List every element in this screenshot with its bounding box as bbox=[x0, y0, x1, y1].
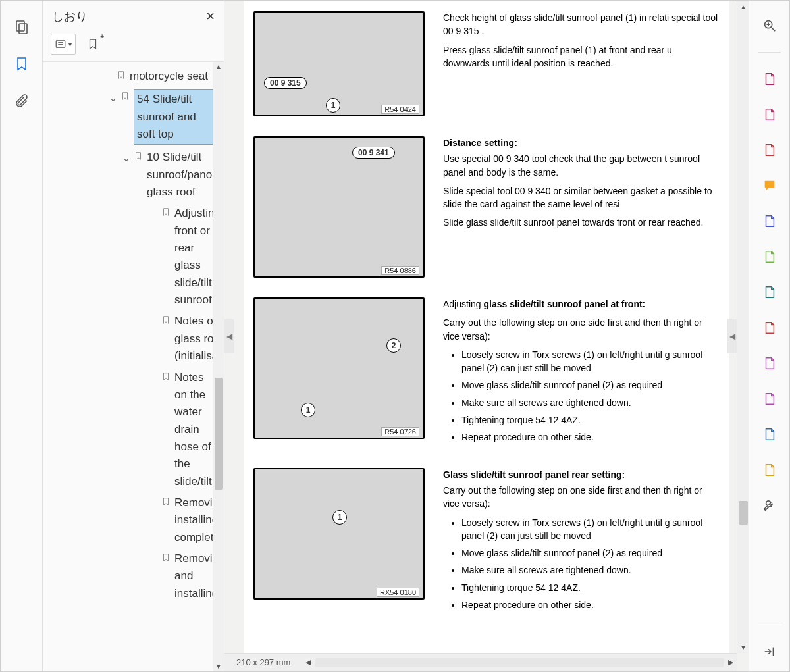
twisty-icon[interactable]: ⌄ bbox=[107, 89, 119, 106]
vscroll-thumb[interactable] bbox=[739, 501, 748, 525]
paragraph: Use special 00 9 340 tool check that the… bbox=[443, 152, 720, 179]
bookmark-scroll-thumb[interactable] bbox=[215, 378, 223, 490]
paragraph: Carry out the following step on one side… bbox=[443, 316, 720, 343]
panel-toolbar: ▾ + bbox=[43, 31, 224, 62]
pdf-combine-icon[interactable] bbox=[760, 141, 779, 159]
section-title: Distance setting: bbox=[443, 136, 720, 149]
save-icon[interactable] bbox=[760, 354, 779, 373]
twisty-icon bbox=[148, 494, 160, 497]
zoom-icon[interactable] bbox=[760, 16, 779, 35]
fill-sign-icon[interactable] bbox=[760, 319, 779, 337]
twisty-icon bbox=[103, 68, 115, 70]
list-row-icon[interactable] bbox=[760, 105, 779, 124]
section-text: Distance setting:Use special 00 9 340 to… bbox=[443, 136, 720, 235]
bookmark-ribbon-icon bbox=[160, 369, 172, 382]
bookmark-item[interactable]: motorcycle seat bbox=[43, 66, 224, 87]
bookmark-item[interactable]: Removing and installing/replacing comple… bbox=[43, 492, 224, 548]
figure-callout: 1 bbox=[301, 403, 315, 417]
left-rail bbox=[1, 1, 43, 671]
bookmarks-panel: しおり × ▾ + motorcycle seat⌄54 Slide/tilt … bbox=[43, 1, 224, 671]
measure-icon[interactable] bbox=[760, 425, 779, 444]
paragraph: Check height of glass slide/tilt sunroof… bbox=[443, 11, 720, 38]
thumbnails-icon[interactable] bbox=[13, 18, 31, 36]
section-title: Glass slide/tilt sunroof panel rear sett… bbox=[443, 468, 720, 481]
bookmark-ribbon-icon bbox=[115, 68, 127, 80]
bookmark-item[interactable]: ⌄10 Slide/tilt sunroof/panorama glass ro… bbox=[43, 147, 224, 203]
figure-callout: 00 9 315 bbox=[264, 77, 307, 89]
bookmarks-icon[interactable] bbox=[13, 55, 31, 73]
bookmark-scrollbar[interactable]: ▲ ▼ bbox=[213, 62, 224, 671]
figure-id: R54 0726 bbox=[381, 427, 419, 436]
list-item: Repeat procedure on other side. bbox=[461, 598, 720, 611]
scroll-up-icon[interactable]: ▲ bbox=[215, 63, 222, 70]
list-item: Loosely screw in Torx screws (1) on left… bbox=[461, 348, 720, 375]
bookmark-item[interactable]: ⌄54 Slide/tilt sunroof and soft top bbox=[43, 87, 224, 147]
vscroll-down-icon[interactable]: ▼ bbox=[737, 641, 749, 653]
hscroll-right-icon[interactable]: ▶ bbox=[725, 658, 737, 667]
figure: 1RX54 0180 bbox=[253, 468, 425, 600]
bookmark-ribbon-icon bbox=[160, 313, 172, 325]
bookmark-item[interactable]: Adjusting front or rear glass slide/tilt… bbox=[43, 203, 224, 311]
paragraph: Press glass slide/tilt sunroof panel (1)… bbox=[443, 43, 720, 70]
bookmark-ribbon-icon bbox=[119, 89, 131, 101]
bookmark-item[interactable]: Notes on the water drain hose of the sli… bbox=[43, 367, 224, 492]
paragraph: Slide glass slide/tilt sunroof panel tow… bbox=[443, 216, 720, 229]
panel-title: しおり bbox=[52, 9, 88, 24]
collapse-right-icon[interactable]: ◀ bbox=[727, 319, 737, 353]
attachments-icon[interactable] bbox=[13, 91, 31, 110]
section-text: Check height of glass slide/tilt sunroof… bbox=[443, 11, 720, 75]
bookmark-ribbon-icon bbox=[160, 205, 172, 217]
scroll-down-icon[interactable]: ▼ bbox=[215, 663, 222, 670]
figure-callout: 2 bbox=[386, 338, 401, 353]
list-item: Loosely screw in Torx screws (1) on left… bbox=[461, 516, 720, 543]
paragraph: Slide special tool 00 9 340 or similar b… bbox=[443, 184, 720, 211]
page-vscrollbar[interactable]: ▲ ▼ bbox=[737, 1, 749, 653]
doc-section: 1RX54 0180Glass slide/tilt sunroof panel… bbox=[244, 457, 726, 625]
bookmark-options-button[interactable]: ▾ bbox=[51, 34, 76, 55]
wrench-icon[interactable] bbox=[760, 496, 779, 515]
page-dimensions: 210 x 297 mm bbox=[224, 658, 302, 667]
list-item: Make sure all screws are tightened down. bbox=[461, 396, 720, 409]
twisty-icon bbox=[148, 369, 160, 372]
figure-callout: 00 9 341 bbox=[352, 147, 395, 159]
doc-section: 21R54 0726Adjusting glass slide/tilt sun… bbox=[244, 287, 726, 457]
bookmark-ribbon-icon bbox=[132, 149, 144, 161]
doc-section: 00 9 3151R54 0424Check height of glass s… bbox=[244, 1, 726, 126]
redact-icon[interactable] bbox=[760, 390, 779, 408]
app-root: しおり × ▾ + motorcycle seat⌄54 Slide/tilt … bbox=[0, 0, 790, 672]
export-pdf-icon[interactable] bbox=[760, 283, 779, 301]
doc-section: 00 9 341R54 0886Distance setting:Use spe… bbox=[244, 126, 726, 287]
svg-rect-0 bbox=[16, 21, 24, 31]
document-view: ◀ ◀ 00 9 3151R54 0424Check height of gla… bbox=[224, 1, 749, 671]
request-sign-icon[interactable] bbox=[760, 212, 779, 230]
list-item: Move glass slide/tilt sunroof panel (2) … bbox=[461, 546, 720, 559]
list-item: Make sure all screws are tightened down. bbox=[461, 563, 720, 577]
svg-line-6 bbox=[771, 28, 775, 32]
hscroll-track[interactable] bbox=[315, 658, 724, 667]
pdf-add-icon[interactable] bbox=[760, 70, 779, 88]
twisty-icon bbox=[148, 205, 160, 207]
vscroll-up-icon[interactable]: ▲ bbox=[737, 1, 749, 13]
figure: 21R54 0726 bbox=[253, 297, 425, 439]
bookmark-item[interactable]: Notes on panorama glass roof (initialisa… bbox=[43, 311, 224, 367]
copy-page-icon[interactable] bbox=[760, 461, 779, 479]
expand-tools-icon[interactable] bbox=[760, 642, 779, 661]
pdf-page[interactable]: 00 9 3151R54 0424Check height of glass s… bbox=[244, 1, 729, 653]
comment-icon[interactable] bbox=[760, 176, 779, 195]
section-title: Adjusting glass slide/tilt sunroof panel… bbox=[443, 297, 720, 311]
svg-rect-1 bbox=[19, 24, 27, 34]
panel-close-icon[interactable]: × bbox=[206, 9, 215, 24]
list-item: Repeat procedure on other side. bbox=[461, 430, 720, 444]
figure-callout: 1 bbox=[326, 98, 340, 113]
bullet-list: Loosely screw in Torx screws (1) on left… bbox=[443, 516, 720, 612]
hscroll-left-icon[interactable]: ◀ bbox=[302, 658, 314, 667]
figure: 00 9 3151R54 0424 bbox=[253, 11, 425, 116]
collapse-left-icon[interactable]: ◀ bbox=[224, 319, 234, 353]
add-bookmark-icon[interactable]: + bbox=[84, 35, 102, 53]
figure-callout: 1 bbox=[332, 510, 347, 525]
twisty-icon[interactable]: ⌄ bbox=[120, 149, 132, 166]
bookmark-item[interactable]: Removing and installing/re bbox=[43, 548, 224, 604]
caret-down-icon: ▾ bbox=[68, 41, 72, 48]
organize-icon[interactable] bbox=[760, 247, 779, 266]
list-item: Tightening torque 54 12 4AZ. bbox=[461, 581, 720, 594]
